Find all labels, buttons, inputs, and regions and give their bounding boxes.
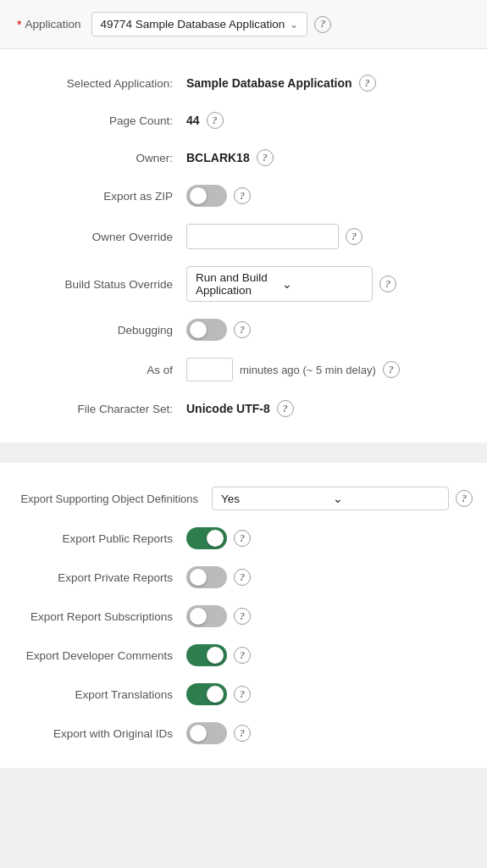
export-public-reports-toggle[interactable] [186, 527, 227, 549]
build-status-override-help-icon[interactable]: ? [379, 275, 396, 292]
debugging-value-container: ? [186, 319, 470, 341]
debugging-label: Debugging [17, 324, 186, 337]
export-public-reports-label: Export Public Reports [17, 532, 186, 545]
main-settings-section: Selected Application: Sample Database Ap… [0, 49, 487, 442]
debugging-toggle-track [186, 319, 227, 341]
required-indicator: * [17, 18, 21, 31]
export-private-reports-label: Export Private Reports [17, 571, 186, 584]
export-report-subscriptions-toggle[interactable] [186, 605, 227, 627]
export-as-zip-row: Export as ZIP ? [0, 176, 487, 215]
build-status-override-value-container: Run and Build Application ⌄ ? [186, 266, 470, 302]
build-status-override-select[interactable]: Run and Build Application ⌄ [186, 266, 373, 302]
page-count-value: 44 [186, 114, 200, 127]
export-report-subscriptions-row: Export Report Subscriptions ? [0, 597, 487, 636]
export-developer-comments-toggle[interactable] [186, 644, 227, 666]
export-translations-toggle[interactable] [186, 683, 227, 705]
as-of-row: As of minutes ago (~ 5 min delay) ? [0, 349, 487, 390]
export-with-original-ids-toggle-thumb [190, 725, 207, 742]
owner-value: BCLARK18 [186, 151, 250, 164]
export-translations-help-icon[interactable]: ? [234, 686, 251, 703]
export-public-reports-row: Export Public Reports ? [0, 519, 487, 558]
debugging-help-icon[interactable]: ? [234, 321, 251, 338]
export-with-original-ids-toggle-track [186, 722, 227, 744]
owner-help-icon[interactable]: ? [257, 149, 274, 166]
file-character-set-label: File Character Set: [17, 403, 186, 415]
supporting-object-defs-label: Export Supporting Object Definitions [17, 492, 212, 505]
selected-application-label: Selected Application: [17, 77, 186, 90]
export-developer-comments-value-container: ? [186, 644, 470, 666]
owner-override-help-icon[interactable]: ? [346, 228, 362, 245]
application-select-value: 49774 Sample Database Application [101, 18, 285, 31]
export-with-original-ids-toggle[interactable] [186, 722, 227, 744]
export-report-subscriptions-label: Export Report Subscriptions [17, 610, 186, 623]
application-label: Application [25, 18, 80, 31]
section-divider [0, 453, 487, 463]
selected-application-value-container: Sample Database Application ? [186, 75, 470, 92]
export-developer-comments-help-icon[interactable]: ? [234, 647, 251, 664]
export-with-original-ids-label: Export with Original IDs [17, 727, 186, 740]
debugging-toggle[interactable] [186, 319, 227, 341]
supporting-object-defs-value-container: Yes ⌄ ? [212, 487, 473, 510]
export-as-zip-toggle-thumb [190, 187, 207, 204]
export-report-subscriptions-help-icon[interactable]: ? [234, 608, 251, 625]
selected-application-help-icon[interactable]: ? [359, 75, 376, 92]
file-character-set-value: Unicode UTF-8 [186, 402, 270, 415]
export-public-reports-toggle-track [186, 527, 227, 549]
export-public-reports-value-container: ? [186, 527, 470, 549]
build-status-override-label: Build Status Override [17, 278, 186, 291]
debugging-toggle-thumb [190, 321, 207, 338]
chevron-down-icon: ⌄ [282, 277, 363, 291]
export-report-subscriptions-toggle-thumb [190, 608, 207, 625]
owner-value-container: BCLARK18 ? [186, 149, 470, 166]
export-with-original-ids-help-icon[interactable]: ? [234, 725, 251, 742]
application-row: * Application 49774 Sample Database Appl… [0, 0, 487, 48]
owner-override-input[interactable] [186, 224, 339, 249]
owner-row: Owner: BCLARK18 ? [0, 139, 487, 176]
bottom-spacer [0, 778, 487, 804]
export-private-reports-help-icon[interactable]: ? [234, 569, 251, 586]
file-character-set-row: File Character Set: Unicode UTF-8 ? [0, 390, 487, 427]
export-translations-row: Export Translations ? [0, 675, 487, 714]
debugging-row: Debugging ? [0, 310, 487, 349]
as-of-suffix: minutes ago (~ 5 min delay) [240, 364, 376, 376]
export-as-zip-toggle[interactable] [186, 185, 227, 207]
export-developer-comments-toggle-track [186, 644, 227, 666]
owner-override-row: Owner Override ? [0, 215, 487, 258]
application-help-icon[interactable]: ? [314, 16, 331, 33]
owner-override-label: Owner Override [17, 231, 186, 243]
as-of-help-icon[interactable]: ? [383, 361, 400, 378]
supporting-object-defs-help-icon[interactable]: ? [456, 490, 473, 507]
supporting-object-defs-select[interactable]: Yes ⌄ [212, 487, 449, 510]
build-status-override-select-value: Run and Build Application [196, 271, 277, 297]
owner-override-value-container: ? [186, 224, 470, 249]
file-character-set-value-container: Unicode UTF-8 ? [186, 400, 470, 417]
export-private-reports-toggle-thumb [190, 569, 207, 586]
application-select[interactable]: 49774 Sample Database Application ⌄ [91, 12, 308, 36]
selected-application-value: Sample Database Application [186, 76, 352, 90]
export-developer-comments-row: Export Developer Comments ? [0, 636, 487, 675]
owner-label: Owner: [17, 152, 186, 164]
export-developer-comments-label: Export Developer Comments [17, 649, 186, 662]
export-translations-toggle-thumb [207, 686, 224, 703]
export-with-original-ids-row: Export with Original IDs ? [0, 714, 487, 753]
chevron-down-icon: ⌄ [333, 492, 440, 505]
export-private-reports-toggle-track [186, 566, 227, 588]
export-translations-value-container: ? [186, 683, 470, 705]
page-count-value-container: 44 ? [186, 112, 470, 129]
export-private-reports-toggle[interactable] [186, 566, 227, 588]
export-public-reports-help-icon[interactable]: ? [234, 530, 251, 547]
export-translations-toggle-track [186, 683, 227, 705]
app-select-section: * Application 49774 Sample Database Appl… [0, 0, 487, 49]
as-of-input[interactable] [186, 358, 233, 381]
page-count-help-icon[interactable]: ? [207, 112, 224, 129]
as-of-label: As of [17, 364, 186, 376]
as-of-value-container: minutes ago (~ 5 min delay) ? [186, 358, 470, 381]
export-developer-comments-toggle-thumb [207, 647, 224, 664]
file-character-set-help-icon[interactable]: ? [277, 400, 294, 417]
export-report-subscriptions-value-container: ? [186, 605, 470, 627]
export-options-section: Export Supporting Object Definitions Yes… [0, 463, 487, 768]
build-status-override-row: Build Status Override Run and Build Appl… [0, 258, 487, 310]
export-as-zip-help-icon[interactable]: ? [234, 187, 251, 204]
export-with-original-ids-value-container: ? [186, 722, 470, 744]
page-count-label: Page Count: [17, 114, 186, 127]
